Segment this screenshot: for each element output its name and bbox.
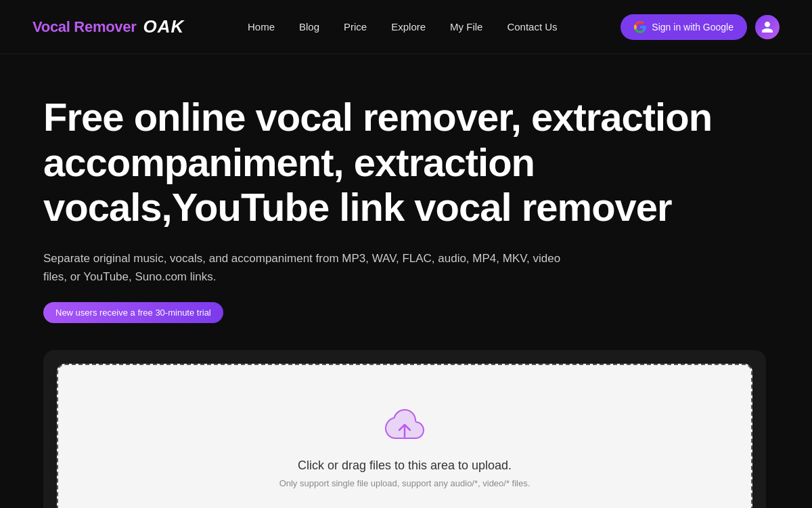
nav-home[interactable]: Home	[248, 21, 275, 33]
trial-badge: New users receive a free 30-minute trial	[43, 302, 223, 323]
sign-in-button[interactable]: Sign in with Google	[621, 14, 747, 40]
sign-in-label: Sign in with Google	[652, 22, 734, 33]
header: Vocal Remover OAK Home Blog Price Explor…	[0, 0, 812, 54]
user-icon	[761, 20, 774, 34]
nav-explore[interactable]: Explore	[391, 21, 426, 33]
hero-title: Free online vocal remover, extraction ac…	[43, 95, 754, 230]
upload-sub-text: Only support single file upload, support…	[279, 478, 531, 488]
logo[interactable]: Vocal Remover OAK	[32, 16, 184, 37]
nav-blog[interactable]: Blog	[299, 21, 319, 33]
upload-main-text: Click or drag files to this area to uplo…	[298, 459, 512, 473]
nav-price[interactable]: Price	[344, 21, 367, 33]
main-nav: Home Blog Price Explore My File Contact …	[248, 21, 558, 33]
google-icon	[634, 21, 646, 33]
nav-contact-us[interactable]: Contact Us	[507, 21, 557, 33]
header-actions: Sign in with Google	[621, 14, 780, 40]
avatar[interactable]	[755, 15, 780, 39]
main-content: Free online vocal remover, extraction ac…	[0, 54, 812, 508]
upload-cloud-icon	[383, 406, 426, 445]
upload-area[interactable]: Click or drag files to this area to uplo…	[57, 364, 752, 508]
nav-my-file[interactable]: My File	[450, 21, 482, 33]
logo-oak: OAK	[143, 16, 184, 37]
logo-vocal-remover: Vocal Remover	[32, 18, 136, 36]
upload-container: Click or drag files to this area to uplo…	[43, 350, 766, 508]
hero-subtitle: Separate original music, vocals, and acc…	[43, 249, 585, 286]
